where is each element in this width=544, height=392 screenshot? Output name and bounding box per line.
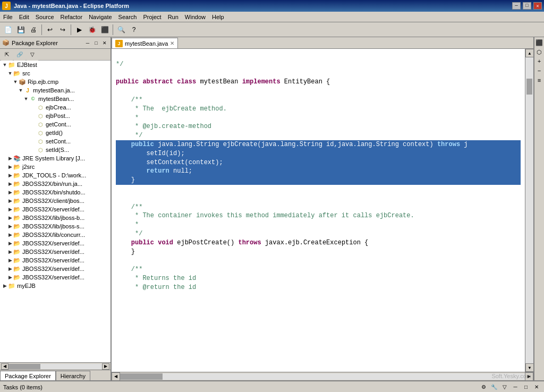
tree-item-jdktools[interactable]: ▶ 📂 JDK_TOOLS - D:\work...: [0, 171, 110, 180]
expand-icon[interactable]: ▶: [7, 156, 13, 161]
tree-item-ejbcreate[interactable]: ⬡ ejbCrea...: [0, 103, 110, 112]
scroll-thumb[interactable]: [526, 79, 532, 95]
print-button[interactable]: 🖨: [28, 24, 39, 36]
expand-icon[interactable]: ▶: [7, 266, 13, 271]
scroll-up-button[interactable]: ▲: [525, 49, 533, 57]
expand-icon[interactable]: ▶: [7, 173, 13, 178]
maximize-button[interactable]: □: [523, 2, 531, 10]
tab-package-explorer[interactable]: Package Explorer: [0, 371, 56, 380]
tree-item-j2src[interactable]: ▶ 📂 j2src: [0, 163, 110, 171]
menu-item-search[interactable]: Search: [115, 13, 140, 21]
expand-icon[interactable]: ▼: [7, 71, 13, 76]
tree-area[interactable]: ▼ 📁 EJBtest ▼ 📂 src ▼ 📦 Rip.ejb.cmp: [0, 61, 110, 362]
help-button[interactable]: ?: [128, 24, 140, 36]
tab-close-button[interactable]: ✕: [170, 40, 174, 46]
left-scrollbar[interactable]: ◀ ▶: [0, 362, 110, 370]
maximize-panel-button[interactable]: □: [92, 39, 100, 47]
tree-item-jboss11[interactable]: ▶ 📂 JBOSS32X/server/def...: [0, 265, 110, 273]
expand-icon[interactable]: ▼: [23, 96, 29, 101]
tree-item-getcontext[interactable]: ⬡ getCont...: [0, 120, 110, 129]
tree-item-jboss4[interactable]: ▶ 📂 JBOSS32X/server/def...: [0, 205, 110, 214]
tree-item-jre[interactable]: ▶ 📚 JRE System Library [J...: [0, 154, 110, 163]
menu-item-help[interactable]: Help: [209, 13, 227, 21]
expand-icon[interactable]: ▶: [7, 258, 13, 263]
editor-h-scrollbar[interactable]: ◀ ▶: [112, 372, 533, 380]
right-icon-2[interactable]: ⬡: [535, 48, 543, 56]
menu-item-file[interactable]: File: [0, 13, 16, 21]
expand-icon[interactable]: ▶: [7, 207, 13, 212]
search-button[interactable]: 🔍: [115, 24, 127, 36]
menu-item-source[interactable]: Source: [32, 13, 57, 21]
maximize-tasks-button[interactable]: □: [522, 383, 530, 391]
hscroll-thumb[interactable]: [120, 373, 163, 380]
scroll-right-button[interactable]: ▶: [102, 363, 109, 370]
tree-item-getid[interactable]: ⬡ getId(): [0, 129, 110, 137]
right-icon-1[interactable]: ⬛: [535, 38, 543, 47]
stop-button[interactable]: ⬛: [99, 24, 110, 36]
tree-item-jboss5[interactable]: ▶ 📂 JBOSS32X/lib/jboss-b...: [0, 214, 110, 222]
tree-item-setcontext[interactable]: ⬡ setCont...: [0, 137, 110, 146]
expand-icon[interactable]: ▶: [7, 215, 13, 220]
menu-item-window[interactable]: Window: [182, 13, 209, 21]
tree-item-jboss12[interactable]: ▶ 📂 JBOSS32X/server/def...: [0, 273, 110, 282]
code-area[interactable]: */ public abstract class mytestBean impl…: [112, 49, 525, 372]
expand-icon[interactable]: ▶: [2, 283, 7, 288]
expand-icon[interactable]: ▶: [7, 198, 13, 203]
expand-icon[interactable]: ▶: [7, 190, 13, 195]
view-menu-button[interactable]: ▽: [27, 49, 38, 61]
tree-item-package[interactable]: ▼ 📦 Rip.ejb.cmp: [0, 78, 110, 86]
debug-button[interactable]: 🐞: [86, 24, 98, 36]
minimize-button[interactable]: ─: [512, 2, 521, 10]
tree-item-src[interactable]: ▼ 📂 src: [0, 69, 110, 78]
collapse-all-button[interactable]: ⇱: [1, 49, 13, 61]
close-panel-button[interactable]: ✕: [101, 39, 108, 47]
tree-item-jboss2[interactable]: ▶ 📂 JBOSS32X/bin/shutdo...: [0, 188, 110, 197]
tree-item-jboss3[interactable]: ▶ 📂 JBOSS32X/client/jbos...: [0, 197, 110, 205]
run-button[interactable]: ▶: [73, 24, 85, 36]
tree-item-ejbtest[interactable]: ▼ 📁 EJBtest: [0, 61, 110, 69]
expand-icon[interactable]: ▼: [18, 88, 23, 93]
close-tasks-button[interactable]: ✕: [532, 383, 541, 391]
expand-icon[interactable]: ▶: [7, 181, 13, 186]
redo-button[interactable]: ↪: [57, 24, 69, 36]
right-icon-4[interactable]: −: [535, 67, 543, 75]
expand-icon[interactable]: ▶: [7, 164, 13, 169]
tab-hierarchy[interactable]: Hierarchy: [56, 371, 90, 380]
expand-icon[interactable]: ▼: [2, 62, 7, 67]
tree-item-class[interactable]: ▼ © mytestBean...: [0, 95, 110, 103]
link-editor-button[interactable]: 🔗: [14, 49, 26, 61]
menu-item-edit[interactable]: Edit: [16, 13, 32, 21]
tree-item-javafile[interactable]: ▼ J mytestBean.ja...: [0, 86, 110, 95]
menu-item-refactor[interactable]: Refactor: [57, 13, 86, 21]
filter-button[interactable]: 🔧: [490, 383, 498, 391]
right-icon-5[interactable]: ≡: [535, 76, 543, 85]
view-menu-button2[interactable]: ▽: [500, 383, 509, 391]
new-button[interactable]: 📄: [2, 24, 14, 36]
new-task-button[interactable]: ⚙: [479, 383, 488, 391]
tree-item-setid[interactable]: ⬡ setId(S...: [0, 146, 110, 154]
scroll-left-button[interactable]: ◀: [1, 363, 8, 370]
tree-item-jboss9[interactable]: ▶ 📂 JBOSS32X/server/def...: [0, 248, 110, 256]
menu-item-project[interactable]: Project: [140, 13, 164, 21]
scroll-thumb-h[interactable]: [8, 364, 40, 369]
menu-item-run[interactable]: Run: [165, 13, 182, 21]
save-button[interactable]: 💾: [15, 24, 27, 36]
editor-tab-mytestbean[interactable]: J mytestBean.java ✕: [112, 38, 178, 48]
vertical-scrollbar[interactable]: ▲ ▼: [525, 49, 533, 372]
expand-icon[interactable]: ▶: [7, 249, 13, 254]
minimize-panel-button[interactable]: ─: [84, 39, 91, 47]
scroll-down-button[interactable]: ▼: [525, 363, 533, 372]
hscroll-left-button[interactable]: ◀: [112, 372, 120, 381]
tree-item-jboss8[interactable]: ▶ 📂 JBOSS32X/server/def...: [0, 239, 110, 248]
close-button[interactable]: ✕: [533, 2, 542, 10]
tree-item-jboss6[interactable]: ▶ 📂 JBOSS32X/lib/jboss-s...: [0, 222, 110, 231]
menu-item-navigate[interactable]: Navigate: [86, 13, 115, 21]
expand-icon[interactable]: ▶: [7, 241, 13, 246]
expand-icon[interactable]: ▼: [13, 79, 18, 84]
expand-icon[interactable]: ▶: [7, 232, 13, 237]
tree-item-jboss1[interactable]: ▶ 📂 JBOSS32X/bin/run.ja...: [0, 180, 110, 188]
tree-item-jboss10[interactable]: ▶ 📂 JBOSS32X/server/def...: [0, 256, 110, 265]
tree-item-jboss7[interactable]: ▶ 📂 JBOSS32X/lib/concurr...: [0, 231, 110, 239]
right-icon-3[interactable]: +: [535, 57, 543, 66]
undo-button[interactable]: ↩: [44, 24, 56, 36]
